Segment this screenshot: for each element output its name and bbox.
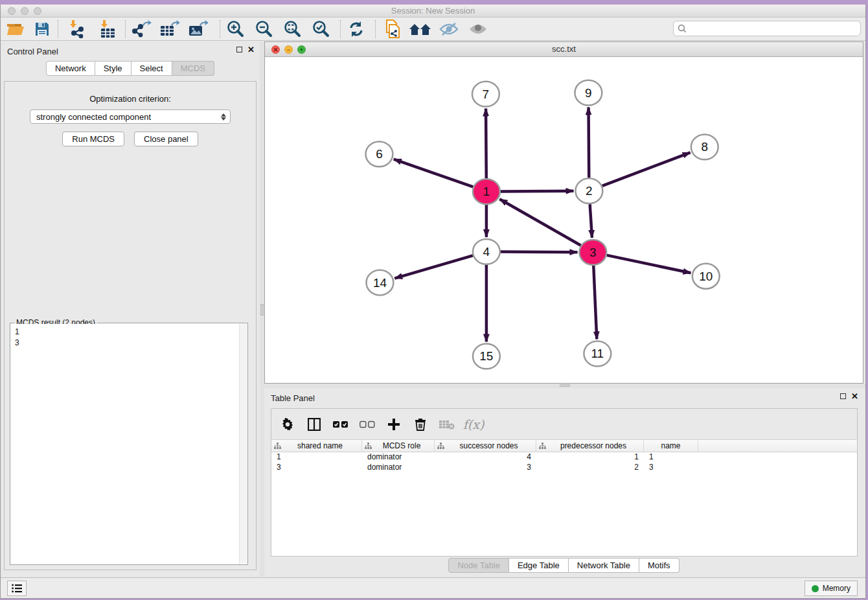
add-column-icon[interactable] [385,416,402,433]
table-cell[interactable]: 3 [644,463,698,473]
table-row[interactable]: 3dominator323 [271,463,857,473]
tab-mcds[interactable]: MCDS [172,61,214,76]
float-panel-icon[interactable] [236,47,242,52]
column-header-shared-name[interactable]: shared name [271,440,362,452]
search-input[interactable] [687,21,860,36]
tab-network[interactable]: Network [46,61,95,76]
unselect-all-columns-icon[interactable] [359,416,376,433]
close-panel-icon[interactable]: ✕ [247,46,255,53]
app-window: Session: New Session [0,5,866,599]
node-8[interactable]: 8 [691,134,718,159]
memory-button[interactable]: Memory [805,581,858,596]
edge-1-6[interactable] [394,159,474,187]
edge-3-1[interactable] [499,199,580,245]
tab-select[interactable]: Select [131,61,172,76]
select-all-columns-icon[interactable] [332,416,349,433]
import-network-icon[interactable] [67,19,89,39]
hide-selected-icon[interactable] [438,19,460,39]
column-header-MCDS-role[interactable]: MCDS role [362,440,435,452]
node-7[interactable]: 7 [472,82,499,107]
home-icon[interactable] [409,19,431,39]
delete-column-icon[interactable] [412,416,429,433]
table-panel: Table Panel ✕ [264,388,863,577]
network-close-icon[interactable]: ✕ [271,45,280,54]
table-cell[interactable]: 1 [644,452,698,463]
table-cell[interactable]: dominator [362,452,435,463]
edge-2-3[interactable] [590,204,592,238]
table-tab-node-table[interactable]: Node Table [448,558,509,573]
export-network-icon[interactable] [131,19,153,39]
zoom-fit-icon[interactable] [281,19,303,39]
network-from-clipboard-icon[interactable] [382,19,404,39]
column-header-predecessor-nodes[interactable]: predecessor nodes [536,440,644,452]
table-tab-network-table[interactable]: Network Table [569,558,639,573]
node-9[interactable]: 9 [575,80,602,106]
column-header-successor-nodes[interactable]: successor nodes [435,440,536,452]
network-canvas[interactable]: 7968124314101511 [265,57,863,383]
node-4[interactable]: 4 [473,239,500,264]
node-2[interactable]: 2 [575,178,602,203]
zoom-window-icon[interactable] [34,7,41,15]
network-minimize-icon[interactable]: − [284,45,293,54]
edge-3-11[interactable] [593,266,597,340]
table-cell[interactable]: 2 [536,463,644,473]
edge-1-2[interactable] [501,191,574,192]
table-tab-motifs[interactable]: Motifs [639,558,680,573]
show-all-icon[interactable] [467,19,489,39]
table-cell[interactable]: 1 [271,452,362,463]
refresh-icon[interactable] [345,19,367,39]
show-column-panel-icon[interactable] [306,416,323,433]
memory-label: Memory [823,584,851,593]
result-line: 1 [15,327,239,338]
edge-2-9[interactable] [589,108,589,178]
zoom-out-icon[interactable] [253,19,275,39]
table-row[interactable]: 1dominator411 [271,452,857,463]
edge-4-14[interactable] [394,255,473,278]
vertical-splitter[interactable] [260,41,264,577]
open-file-icon[interactable] [5,19,27,39]
network-zoom-icon[interactable]: + [297,45,306,54]
mcds-result-text[interactable]: 13 [11,324,239,564]
node-15[interactable]: 15 [473,343,500,369]
result-scrollbar[interactable] [239,324,247,564]
close-table-panel-icon[interactable]: ✕ [851,393,858,400]
horizontal-splitter[interactable] [264,384,865,388]
save-session-icon[interactable] [31,19,53,39]
table-cell[interactable]: dominator [362,463,435,473]
edge-4-3[interactable] [501,251,578,252]
mcds-panel: Optimization criterion: strongly connect… [4,81,257,570]
minimize-window-icon[interactable] [21,7,29,15]
edge-2-8[interactable] [602,152,691,186]
table-toolbar: f(x) [271,409,857,440]
table-cell[interactable]: 1 [536,452,644,463]
run-mcds-button[interactable]: Run MCDS [62,132,124,146]
column-header-name[interactable]: name [644,440,698,452]
node-3[interactable]: 3 [579,240,606,265]
import-table-icon[interactable] [97,19,119,39]
close-window-icon[interactable] [8,7,16,15]
table-cell[interactable]: 4 [435,452,536,463]
export-table-icon[interactable] [159,19,181,39]
table-cell[interactable]: 3 [271,463,362,473]
edge-1-7[interactable] [486,109,486,179]
zoom-in-icon[interactable] [224,19,246,39]
task-history-button[interactable] [7,581,27,596]
close-panel-button[interactable]: Close panel [134,132,198,146]
node-11[interactable]: 11 [584,341,611,366]
network-window-titlebar[interactable]: ✕ − + scc.txt [265,42,863,57]
settings-gear-icon[interactable] [279,416,296,433]
table-tab-edge-table[interactable]: Edge Table [509,558,569,573]
node-6[interactable]: 6 [365,141,393,167]
optimization-criterion-select[interactable]: strongly connected component [30,110,231,124]
node-1[interactable]: 1 [473,179,500,204]
tab-style[interactable]: Style [95,61,131,76]
export-image-icon[interactable] [187,19,209,39]
edge-3-10[interactable] [607,255,691,273]
node-10[interactable]: 10 [692,264,720,289]
search-field[interactable] [673,21,861,36]
float-table-panel-icon[interactable] [840,393,846,399]
node-14[interactable]: 14 [366,270,393,295]
svg-text:10: 10 [699,270,713,283]
table-cell[interactable]: 3 [435,463,536,473]
zoom-selected-icon[interactable] [310,19,332,39]
